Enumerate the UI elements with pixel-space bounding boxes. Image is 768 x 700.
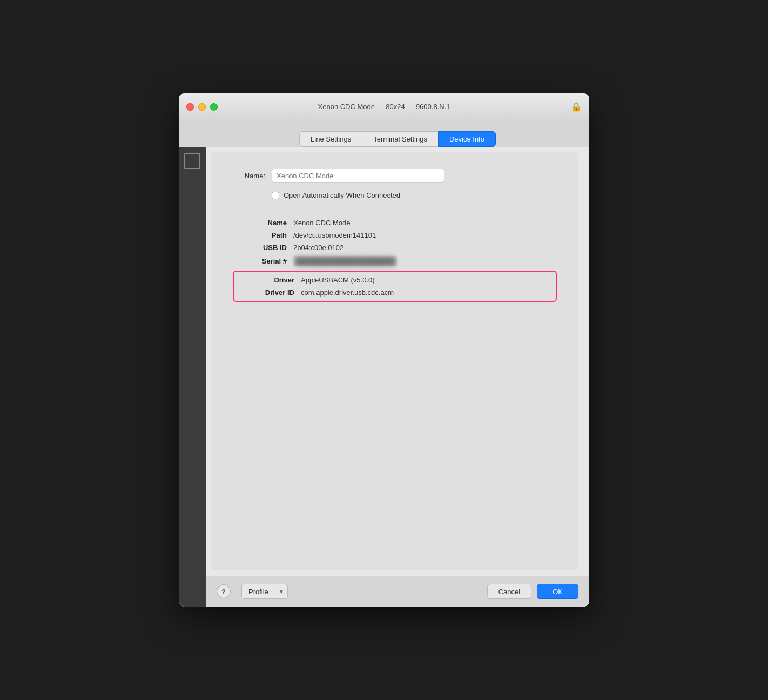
ok-button[interactable]: OK	[537, 584, 578, 599]
sidebar-icon	[184, 153, 200, 169]
driver-highlighted-section: Driver AppleUSBACM (v5.0.0) Driver ID co…	[233, 271, 557, 302]
name-input[interactable]	[272, 169, 444, 183]
auto-open-label: Open Automatically When Connected	[284, 191, 400, 199]
name-label: Name:	[233, 172, 265, 180]
maximize-button[interactable]	[210, 103, 218, 111]
main-window: Xenon CDC Mode — 80x24 — 9600.8.N.1 🔒 Li…	[179, 93, 589, 607]
help-button[interactable]: ?	[217, 584, 231, 598]
device-info-panel: Name: Open Automatically When Connected …	[211, 152, 578, 570]
usbid-info-row: USB ID 2b04:c00e:0102	[233, 244, 557, 252]
usbid-info-key: USB ID	[233, 244, 287, 252]
profile-arrow-button[interactable]: ▼	[275, 584, 288, 599]
name-info-row: Name Xenon CDC Mode	[233, 219, 557, 227]
driver-info-row: Driver AppleUSBACM (v5.0.0)	[240, 276, 549, 284]
window-title: Xenon CDC Mode — 80x24 — 9600.8.N.1	[318, 103, 450, 111]
serial-info-value: ████████████████████	[293, 256, 397, 266]
driver-info-key: Driver	[240, 276, 294, 284]
name-form-row: Name:	[233, 169, 557, 183]
titlebar: Xenon CDC Mode — 80x24 — 9600.8.N.1 🔒	[179, 93, 589, 120]
path-info-row: Path /dev/cu.usbmodem141101	[233, 231, 557, 239]
sidebar-strip	[179, 147, 206, 607]
profile-button[interactable]: Profile	[241, 584, 275, 599]
profile-dropdown: Profile ▼	[241, 584, 288, 599]
window-body: Line Settings Terminal Settings Device I…	[179, 120, 589, 607]
path-info-key: Path	[233, 231, 287, 239]
lock-icon: 🔒	[571, 102, 582, 112]
usbid-info-value: 2b04:c00e:0102	[293, 244, 343, 252]
minimize-button[interactable]	[198, 103, 206, 111]
driverid-info-row: Driver ID com.apple.driver.usb.cdc.acm	[240, 288, 549, 297]
info-section: Name Xenon CDC Mode Path /dev/cu.usbmode…	[233, 219, 557, 302]
path-info-value: /dev/cu.usbmodem141101	[293, 231, 376, 239]
cancel-button[interactable]: Cancel	[487, 584, 531, 599]
driverid-info-key: Driver ID	[240, 288, 294, 297]
traffic-lights	[186, 103, 218, 111]
auto-open-row: Open Automatically When Connected	[272, 191, 557, 199]
tab-line-settings[interactable]: Line Settings	[299, 131, 362, 147]
tab-device-info[interactable]: Device Info	[438, 131, 496, 147]
auto-open-checkbox[interactable]	[272, 192, 279, 199]
tab-terminal-settings[interactable]: Terminal Settings	[362, 131, 438, 147]
footer: ? Profile ▼ Cancel OK	[206, 576, 589, 607]
content-area: Line Settings Terminal Settings Device I…	[206, 120, 589, 607]
name-info-value: Xenon CDC Mode	[293, 219, 351, 227]
driver-info-value: AppleUSBACM (v5.0.0)	[301, 276, 375, 284]
tabs-row: Line Settings Terminal Settings Device I…	[206, 120, 589, 147]
name-info-key: Name	[233, 219, 287, 227]
serial-info-key: Serial #	[233, 257, 287, 265]
close-button[interactable]	[186, 103, 194, 111]
driverid-info-value: com.apple.driver.usb.cdc.acm	[301, 288, 394, 297]
serial-info-row: Serial # ████████████████████	[233, 256, 557, 266]
